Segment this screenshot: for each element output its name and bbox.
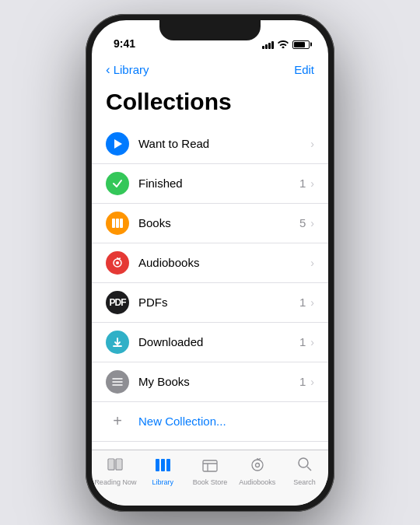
tab-label-book-store: Book Store bbox=[193, 478, 228, 486]
chevron-icon: › bbox=[310, 217, 314, 229]
nav-bar: ‹ Library Edit bbox=[92, 54, 328, 86]
collection-item-want-to-read[interactable]: Want to Read › bbox=[92, 124, 328, 164]
collection-count-my-books: 1 bbox=[299, 375, 306, 388]
wifi-icon bbox=[278, 40, 289, 50]
collection-name-my-books: My Books bbox=[138, 375, 299, 388]
svg-rect-3 bbox=[120, 219, 123, 228]
status-time: 9:41 bbox=[114, 37, 135, 50]
phone-frame: 9:41 ‹ bbox=[86, 14, 334, 512]
battery-icon bbox=[292, 40, 310, 49]
chevron-icon: › bbox=[310, 257, 314, 269]
svg-rect-17 bbox=[203, 460, 217, 471]
tab-label-audiobooks: Audiobooks bbox=[239, 478, 275, 486]
chevron-icon: › bbox=[310, 138, 314, 150]
svg-rect-1 bbox=[112, 219, 115, 228]
svg-rect-14 bbox=[156, 459, 159, 471]
svg-point-5 bbox=[116, 261, 119, 264]
tab-bar: Reading Now Library bbox=[92, 450, 328, 506]
audiobooks-tab-icon bbox=[249, 457, 266, 477]
collection-count-finished: 1 bbox=[299, 177, 306, 190]
svg-rect-16 bbox=[166, 459, 170, 471]
svg-point-22 bbox=[299, 458, 308, 467]
collection-name-audiobooks: Audiobooks bbox=[138, 256, 306, 269]
collection-icon-downloaded bbox=[106, 331, 129, 354]
tab-reading-now[interactable]: Reading Now bbox=[92, 457, 139, 486]
back-label: Library bbox=[114, 63, 149, 76]
collection-count-books: 5 bbox=[299, 216, 306, 229]
svg-marker-0 bbox=[114, 139, 122, 149]
reading-now-icon bbox=[107, 457, 124, 477]
chevron-icon: › bbox=[310, 177, 314, 190]
collection-count-pdfs: 1 bbox=[299, 296, 306, 309]
collection-count-downloaded: 1 bbox=[299, 335, 306, 348]
library-icon bbox=[154, 457, 171, 477]
svg-rect-15 bbox=[161, 459, 165, 471]
collection-name-want-to-read: Want to Read bbox=[138, 137, 306, 150]
collections-list: Want to Read › Finished 1 › bbox=[92, 124, 328, 450]
collection-item-downloaded[interactable]: Downloaded 1 › bbox=[92, 323, 328, 362]
collection-name-finished: Finished bbox=[138, 177, 299, 190]
signal-icon bbox=[262, 40, 274, 49]
tab-audiobooks[interactable]: Audiobooks bbox=[233, 457, 281, 486]
tab-label-library: Library bbox=[152, 478, 173, 486]
empty-rows bbox=[92, 442, 328, 450]
collection-icon-books bbox=[106, 212, 129, 235]
edit-button[interactable]: Edit bbox=[294, 63, 314, 76]
svg-line-23 bbox=[307, 467, 311, 471]
chevron-left-icon: ‹ bbox=[106, 62, 110, 78]
search-tab-icon bbox=[297, 457, 313, 477]
collection-item-my-books[interactable]: My Books 1 › bbox=[92, 362, 328, 402]
status-icons bbox=[262, 40, 310, 50]
collection-name-books: Books bbox=[138, 216, 299, 229]
notch bbox=[159, 20, 261, 40]
svg-line-7 bbox=[117, 258, 121, 259]
tab-book-store[interactable]: Book Store bbox=[187, 457, 234, 486]
page-title-section: Collections bbox=[92, 86, 328, 124]
collection-item-pdfs[interactable]: PDF PDFs 1 › bbox=[92, 283, 328, 323]
tab-library[interactable]: Library bbox=[139, 457, 187, 486]
svg-rect-2 bbox=[116, 219, 119, 228]
collection-icon-audiobooks bbox=[106, 251, 129, 275]
collection-icon-pdfs: PDF bbox=[106, 291, 129, 314]
tab-label-reading-now: Reading Now bbox=[94, 478, 136, 486]
chevron-icon: › bbox=[310, 336, 314, 348]
collection-item-finished[interactable]: Finished 1 › bbox=[92, 164, 328, 204]
empty-row bbox=[92, 442, 328, 450]
svg-point-18 bbox=[252, 460, 263, 471]
page-title: Collections bbox=[106, 89, 314, 115]
phone-screen: 9:41 ‹ bbox=[92, 20, 328, 506]
chevron-icon: › bbox=[310, 376, 314, 388]
new-collection-button[interactable]: + New Collection... bbox=[92, 402, 328, 442]
collection-icon-finished bbox=[106, 172, 129, 195]
svg-point-19 bbox=[255, 463, 259, 467]
new-collection-label: New Collection... bbox=[138, 415, 226, 428]
tab-label-search: Search bbox=[293, 478, 316, 486]
collection-name-pdfs: PDFs bbox=[138, 296, 299, 309]
back-button[interactable]: ‹ Library bbox=[106, 62, 149, 78]
collection-name-downloaded: Downloaded bbox=[138, 335, 299, 348]
plus-icon: + bbox=[106, 410, 129, 433]
collection-item-books[interactable]: Books 5 › bbox=[92, 204, 328, 243]
collection-icon-my-books bbox=[106, 370, 129, 394]
collection-item-audiobooks[interactable]: Audiobooks › bbox=[92, 243, 328, 283]
chevron-icon: › bbox=[310, 296, 314, 309]
collection-icon-want-to-read bbox=[106, 132, 129, 156]
tab-search[interactable]: Search bbox=[281, 457, 328, 486]
book-store-icon bbox=[201, 457, 219, 477]
